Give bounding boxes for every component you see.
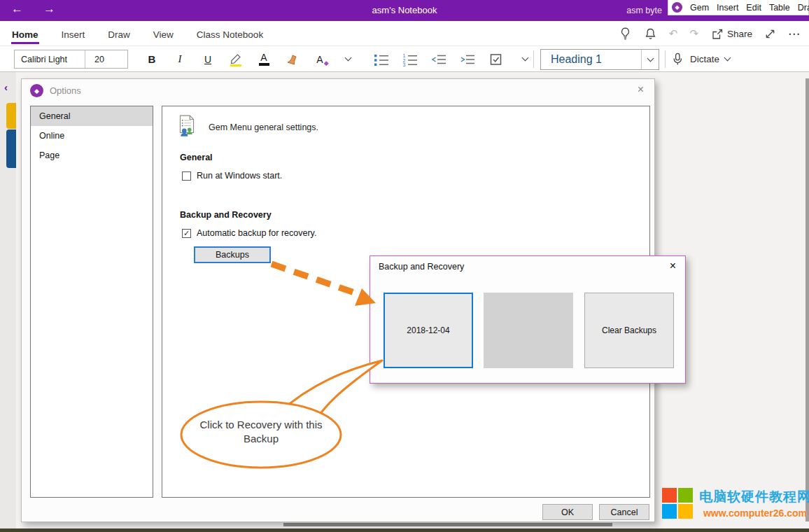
tab-draw[interactable]: Draw xyxy=(107,23,131,44)
notebook-section-tab-yellow[interactable] xyxy=(6,103,16,129)
format-painter-button[interactable] xyxy=(283,50,300,69)
numbered-list-button[interactable]: 123 xyxy=(402,50,418,69)
formatting-toolbar: Calibri Light 20 B I U A A◆ xyxy=(0,46,809,72)
gem-addon-menubar: ◆ Gem Insert Edit Table Draw xyxy=(668,0,809,15)
auto-backup-label: Automatic backup for recovery. xyxy=(197,228,316,238)
dictate-label: Dictate xyxy=(690,54,719,64)
font-size-select[interactable]: 20 xyxy=(85,50,127,68)
toolbar-separator xyxy=(533,50,534,68)
notifications-bell-icon[interactable] xyxy=(644,27,657,41)
eraser-diamond-icon: ◆ xyxy=(324,59,329,66)
font-name-select[interactable]: Calibri Light xyxy=(15,50,85,68)
undo-icon[interactable]: ↶ xyxy=(669,27,678,40)
tab-insert[interactable]: Insert xyxy=(61,23,86,44)
tab-class-notebook[interactable]: Class Notebook xyxy=(196,23,264,44)
options-nav-list: General Online Page xyxy=(30,106,153,498)
font-group-chevron-icon[interactable] xyxy=(339,50,356,69)
backup-tile-2018-12-04[interactable]: 2018-12-04 xyxy=(384,293,473,368)
share-label: Share xyxy=(727,29,752,39)
notebook-sidebar-strip xyxy=(0,72,16,528)
screen-bottom-edge xyxy=(0,528,809,532)
ok-button[interactable]: OK xyxy=(542,504,593,520)
clear-backups-tile[interactable]: Clear Backups xyxy=(584,293,674,368)
underline-button[interactable]: U xyxy=(199,50,216,69)
annotation-bubble-text: Click to Recovery with this Backup xyxy=(182,418,340,447)
redo-icon[interactable]: ↷ xyxy=(689,27,698,40)
gem-logo-icon: ◆ xyxy=(672,2,682,13)
options-dialog-title: Options xyxy=(50,85,81,96)
menu-item-insert[interactable]: Insert xyxy=(717,3,738,13)
share-icon xyxy=(710,27,724,41)
general-section-heading: General xyxy=(180,153,213,162)
decrease-indent-button[interactable] xyxy=(430,50,447,69)
options-nav-online[interactable]: Online xyxy=(31,126,153,146)
toolbar-separator-2 xyxy=(665,50,666,68)
run-at-start-label: Run at Windows start. xyxy=(197,171,282,181)
italic-button[interactable]: I xyxy=(171,50,188,69)
menu-item-gem[interactable]: Gem xyxy=(690,3,709,13)
backups-button[interactable]: Backups xyxy=(194,246,271,263)
menu-item-draw[interactable]: Draw xyxy=(798,3,809,13)
tags-chevron-icon[interactable] xyxy=(516,50,533,69)
dictate-button[interactable]: Dictate xyxy=(670,46,730,72)
onenote-app-window: ← → asm's Notebook asm byte ◆ Gem Insert… xyxy=(0,0,809,532)
options-nav-general[interactable]: General xyxy=(31,106,153,126)
todo-tag-button[interactable] xyxy=(488,50,505,69)
ribbon-tab-row: Home Insert Draw View Class Notebook ↶ ↷… xyxy=(0,21,809,46)
account-name[interactable]: asm byte xyxy=(626,6,662,15)
font-color-button[interactable]: A xyxy=(255,50,272,69)
watermark-site-url: www.computer26.com xyxy=(703,507,807,519)
svg-text:3: 3 xyxy=(403,62,406,66)
style-selected-value: Heading 1 xyxy=(541,53,641,66)
backup-tile-empty[interactable] xyxy=(484,293,573,368)
tab-home[interactable]: Home xyxy=(11,23,39,44)
clear-formatting-button[interactable]: A◆ xyxy=(311,50,328,69)
gem-settings-caption: Gem Menu general settings. xyxy=(209,122,318,132)
backup-dialog-title: Backup and Recovery xyxy=(379,262,464,272)
options-close-icon[interactable]: × xyxy=(638,83,644,96)
style-dropdown[interactable]: Heading 1 xyxy=(540,49,659,70)
bold-button[interactable]: B xyxy=(143,50,160,69)
backup-close-icon[interactable]: × xyxy=(670,260,676,272)
notebook-section-tab-blue[interactable] xyxy=(6,130,16,168)
font-controls: Calibri Light 20 xyxy=(14,50,128,69)
backup-recovery-dialog: Backup and Recovery × 2018-12-04 Clear B… xyxy=(370,255,686,384)
menu-item-edit[interactable]: Edit xyxy=(746,3,761,13)
options-nav-page[interactable]: Page xyxy=(31,146,153,165)
microphone-icon xyxy=(670,52,684,66)
watermark-site-name: 电脑软硬件教程网 xyxy=(699,488,809,506)
vertical-scrollbar[interactable] xyxy=(806,78,809,522)
share-button[interactable]: Share xyxy=(710,27,752,41)
backup-section-heading: Backup and Recovery xyxy=(180,210,272,220)
horizontal-scrollbar[interactable] xyxy=(283,523,612,526)
dictate-chevron-icon[interactable] xyxy=(724,55,731,62)
more-options-ellipsis-icon[interactable]: ⋯ xyxy=(788,27,801,41)
bullet-list-button[interactable] xyxy=(373,50,390,69)
highlighter-button[interactable] xyxy=(227,50,244,69)
fullscreen-expand-icon[interactable] xyxy=(764,28,776,40)
titlebar: ← → asm's Notebook asm byte ◆ Gem Insert… xyxy=(0,0,809,21)
site-watermark: 电脑软硬件教程网 www.computer26.com xyxy=(662,488,809,519)
style-dropdown-chevron-icon[interactable] xyxy=(641,50,659,69)
auto-backup-checkbox[interactable]: ✓ xyxy=(182,229,191,238)
gem-dialog-icon: ◆ xyxy=(30,84,43,97)
sidebar-collapse-chevron-icon[interactable]: ‹ xyxy=(4,81,8,93)
tab-view[interactable]: View xyxy=(153,23,174,44)
gem-settings-doc-people-icon xyxy=(174,113,199,139)
run-at-start-checkbox[interactable] xyxy=(182,172,191,181)
windows-logo-icon xyxy=(662,488,693,519)
cancel-button[interactable]: Cancel xyxy=(599,504,649,520)
menu-item-table[interactable]: Table xyxy=(769,3,790,13)
increase-indent-button[interactable] xyxy=(459,50,476,69)
lightbulb-icon[interactable] xyxy=(619,27,632,41)
